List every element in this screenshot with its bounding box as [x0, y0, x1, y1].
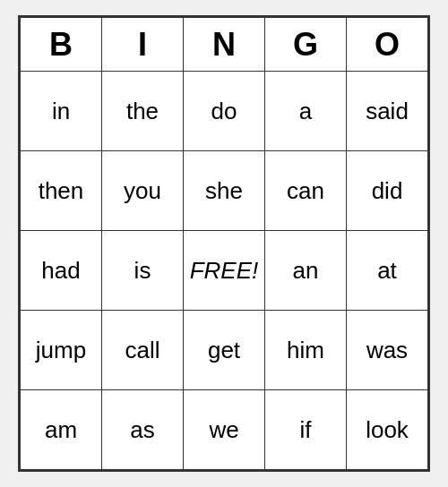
cell-r2c2: you [102, 151, 184, 231]
table-row: then you she can did [21, 151, 428, 231]
cell-r5c1: am [21, 390, 102, 470]
cell-r1c2: the [102, 72, 184, 151]
bingo-card: B I N G O in the do a said then you she … [18, 15, 430, 472]
cell-r4c5: was [347, 311, 428, 390]
cell-r3c4: an [265, 231, 347, 311]
cell-r3c2: is [102, 231, 184, 311]
cell-r2c1: then [21, 151, 102, 231]
table-row: am as we if look [21, 390, 428, 470]
header-o: O [347, 18, 428, 72]
cell-r2c5: did [347, 151, 428, 231]
header-i: I [102, 18, 184, 72]
cell-r3c1: had [21, 231, 102, 311]
cell-r1c4: a [265, 72, 347, 151]
cell-r1c5: said [347, 72, 428, 151]
cell-r2c3: she [184, 151, 265, 231]
cell-r2c4: can [265, 151, 347, 231]
cell-r3c5: at [347, 231, 428, 311]
header-b: B [21, 18, 102, 72]
cell-r4c2: call [102, 311, 184, 390]
cell-r5c3: we [184, 390, 265, 470]
header-row: B I N G O [21, 18, 428, 72]
cell-r3c3-free: FREE! [184, 231, 265, 311]
table-row: in the do a said [21, 72, 428, 151]
table-row: jump call get him was [21, 311, 428, 390]
cell-r4c4: him [265, 311, 347, 390]
table-row: had is FREE! an at [21, 231, 428, 311]
header-g: G [265, 18, 347, 72]
bingo-table: B I N G O in the do a said then you she … [20, 17, 428, 470]
cell-r4c3: get [184, 311, 265, 390]
cell-r1c3: do [184, 72, 265, 151]
cell-r5c4: if [265, 390, 347, 470]
cell-r1c1: in [21, 72, 102, 151]
header-n: N [184, 18, 265, 72]
cell-r5c2: as [102, 390, 184, 470]
cell-r5c5: look [347, 390, 428, 470]
cell-r4c1: jump [21, 311, 102, 390]
